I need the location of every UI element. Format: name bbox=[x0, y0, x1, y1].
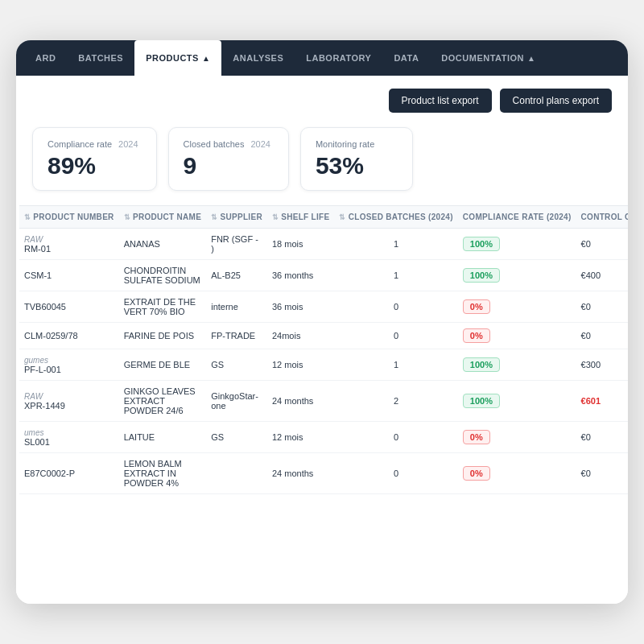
cell-control-cost: €400 bbox=[576, 260, 628, 291]
cell-supplier: AL-B25 bbox=[206, 260, 267, 291]
cell-supplier: GS bbox=[206, 349, 267, 381]
main-content: Product list export Control plans export… bbox=[16, 76, 628, 604]
cost-value: €0 bbox=[581, 239, 591, 249]
product-list-export-button[interactable]: Product list export bbox=[389, 89, 492, 113]
cell-supplier: GS bbox=[206, 422, 267, 453]
cell-product-name: GINKGO LEAVES EXTRACT POWDER 24/6 bbox=[119, 381, 207, 422]
nav-data[interactable]: DATA bbox=[382, 40, 430, 76]
closed-batches-value: 9 bbox=[184, 152, 270, 179]
cell-compliance-rate: 0% bbox=[458, 323, 576, 349]
product-number-value: SL001 bbox=[24, 437, 50, 447]
products-table: ⇅PRODUCT NUMBER ⇅PRODUCT NAME ⇅SUPPLIER … bbox=[19, 205, 628, 494]
cell-shelf-life: 36 mois bbox=[267, 291, 335, 323]
product-number-value: PF-L-001 bbox=[24, 365, 61, 374]
cell-product-number: RAW XPR-1449 bbox=[19, 381, 119, 422]
products-table-container: ⇅PRODUCT NUMBER ⇅PRODUCT NAME ⇅SUPPLIER … bbox=[16, 205, 628, 502]
nav-documentation[interactable]: DOCUMENTATION ▲ bbox=[430, 40, 547, 76]
category-label: umes bbox=[24, 428, 43, 437]
col-closed-batches[interactable]: ⇅CLOSED BATCHES (2024) bbox=[334, 206, 457, 229]
table-row: RAW XPR-1449 GINKGO LEAVES EXTRACT POWDE… bbox=[19, 381, 628, 422]
cell-closed-batches: 1 bbox=[334, 260, 457, 291]
cell-shelf-life: 12 mois bbox=[267, 422, 335, 453]
monitoring-rate-label: Monitoring rate bbox=[316, 139, 374, 149]
category-label: RAW bbox=[24, 392, 43, 401]
cell-compliance-rate: 0% bbox=[458, 291, 576, 323]
closed-batches-card: Closed batches 2024 9 bbox=[168, 127, 289, 191]
table-row: CSM-1 CHONDROITIN SULFATE SODIUM AL-B25 … bbox=[19, 260, 628, 291]
cell-product-name: FARINE DE POIS bbox=[119, 323, 207, 349]
compliance-badge: 100% bbox=[463, 237, 500, 251]
nav-ard[interactable]: ARD bbox=[24, 40, 67, 76]
cost-value: €300 bbox=[581, 360, 601, 369]
compliance-badge: 0% bbox=[463, 299, 490, 314]
monitoring-rate-card: Monitoring rate 53% bbox=[300, 127, 413, 191]
nav-laboratory[interactable]: LABORATORY bbox=[295, 40, 382, 76]
cell-control-cost: €0 bbox=[576, 323, 628, 349]
cell-compliance-rate: 100% bbox=[458, 349, 576, 381]
cell-supplier: interne bbox=[206, 291, 267, 323]
nav-analyses[interactable]: ANALYSES bbox=[221, 40, 295, 76]
cell-closed-batches: 2 bbox=[334, 381, 457, 422]
cell-control-cost: €0 bbox=[576, 229, 628, 260]
product-number-value: TVB60045 bbox=[24, 302, 66, 312]
monitoring-rate-value: 53% bbox=[316, 152, 394, 179]
compliance-badge: 0% bbox=[463, 328, 490, 343]
cell-shelf-life: 24 months bbox=[267, 381, 335, 422]
product-number-value: CLM-0259/78 bbox=[24, 331, 78, 341]
cell-product-name: LAITUE bbox=[119, 422, 207, 453]
table-row: gumes PF-L-001 GERME DE BLE GS 12 mois 1… bbox=[19, 349, 628, 381]
compliance-badge: 100% bbox=[463, 357, 500, 372]
cell-control-cost: €601 bbox=[576, 381, 628, 422]
product-number-value: XPR-1449 bbox=[24, 401, 65, 411]
col-product-name[interactable]: ⇅PRODUCT NAME bbox=[119, 206, 207, 229]
compliance-badge: 0% bbox=[463, 430, 490, 444]
cell-product-number: E87C0002-P bbox=[19, 453, 119, 494]
cost-value: €400 bbox=[581, 270, 601, 280]
nav-batches[interactable]: BATCHES bbox=[67, 40, 134, 76]
closed-batches-label: Closed batches bbox=[184, 139, 245, 149]
cell-control-cost: €0 bbox=[576, 422, 628, 453]
cell-closed-batches: 0 bbox=[334, 422, 457, 453]
cell-closed-batches: 0 bbox=[334, 291, 457, 323]
cell-compliance-rate: 100% bbox=[458, 381, 576, 422]
col-product-number[interactable]: ⇅PRODUCT NUMBER bbox=[19, 206, 119, 229]
cost-value: €0 bbox=[581, 302, 591, 312]
compliance-rate-card: Compliance rate 2024 89% bbox=[32, 127, 157, 191]
cell-product-name: CHONDROITIN SULFATE SODIUM bbox=[119, 260, 207, 291]
cell-product-number: umes SL001 bbox=[19, 422, 119, 453]
cost-value: €0 bbox=[581, 432, 591, 442]
compliance-badge: 100% bbox=[463, 268, 500, 283]
cell-compliance-rate: 100% bbox=[458, 260, 576, 291]
cell-product-number: TVB60045 bbox=[19, 291, 119, 323]
col-supplier[interactable]: ⇅SUPPLIER bbox=[206, 206, 267, 229]
cell-control-cost: €0 bbox=[576, 291, 628, 323]
cell-product-number: RAW RM-01 bbox=[19, 229, 119, 260]
product-number-value: CSM-1 bbox=[24, 270, 52, 280]
cell-product-name: ANANAS bbox=[119, 229, 207, 260]
cost-value: €601 bbox=[581, 396, 601, 406]
cell-supplier: GinkgoStar-one bbox=[206, 381, 267, 422]
cell-control-cost: €300 bbox=[576, 349, 628, 381]
col-shelf-life[interactable]: ⇅SHELF LIFE bbox=[267, 206, 335, 229]
compliance-rate-year: 2024 bbox=[118, 139, 138, 149]
table-row: umes SL001 LAITUE GS 12 mois 0 0% €0 MAR… bbox=[19, 422, 628, 453]
control-plans-export-button[interactable]: Control plans export bbox=[500, 89, 612, 113]
table-row: TVB60045 EXTRAIT DE THE VERT 70% BIO int… bbox=[19, 291, 628, 323]
compliance-rate-label: Compliance rate bbox=[47, 139, 112, 149]
compliance-rate-value: 89% bbox=[47, 152, 138, 179]
cell-product-name: EXTRAIT DE THE VERT 70% BIO bbox=[119, 291, 207, 323]
nav-products[interactable]: PRODUCTS ▲ bbox=[134, 40, 221, 76]
cell-shelf-life: 24 months bbox=[267, 453, 335, 494]
cell-supplier: FNR (SGF - ) bbox=[206, 229, 267, 260]
cell-supplier: FP-TRADE bbox=[206, 323, 267, 349]
compliance-badge: 0% bbox=[463, 466, 490, 481]
cell-product-number: CSM-1 bbox=[19, 260, 119, 291]
cell-supplier bbox=[206, 453, 267, 494]
cell-control-cost: €0 bbox=[576, 453, 628, 494]
cell-closed-batches: 1 bbox=[334, 229, 457, 260]
cost-value: €0 bbox=[581, 469, 591, 478]
col-compliance-rate: COMPLIANCE RATE (2024) bbox=[458, 206, 576, 229]
table-row: RAW RM-01 ANANAS FNR (SGF - ) 18 mois 1 … bbox=[19, 229, 628, 260]
cell-shelf-life: 24mois bbox=[267, 323, 335, 349]
table-row: CLM-0259/78 FARINE DE POIS FP-TRADE 24mo… bbox=[19, 323, 628, 349]
